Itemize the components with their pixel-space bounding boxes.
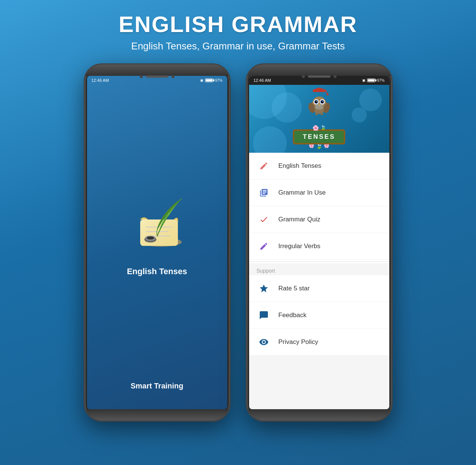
circle-5 (253, 126, 287, 153)
camera-left-2 (171, 75, 174, 78)
eye-icon (257, 335, 271, 349)
camera-right-2 (334, 75, 337, 78)
battery-pct-right: 97% (377, 78, 384, 83)
phone-right-screen: 12:46 AM ▣ 97% (249, 76, 389, 409)
phone-right-notch (302, 75, 337, 78)
svg-marker-10 (313, 87, 326, 90)
menu-label-feedback: Feedback (279, 312, 307, 319)
app-title-left: English Tenses (127, 267, 187, 276)
owl-container (306, 87, 332, 115)
menu-label-english-tenses: English Tenses (279, 162, 321, 170)
svg-point-20 (321, 101, 323, 103)
smart-training-label: Smart Training (130, 382, 183, 390)
speaker-left (146, 75, 168, 78)
star-icon (257, 281, 271, 296)
battery-pct-left: 97% (215, 78, 222, 83)
svg-point-8 (147, 236, 154, 239)
menu-label-grammar-quiz: Grammar Quiz (279, 216, 320, 223)
circle-2 (272, 92, 302, 123)
svg-point-22 (322, 101, 323, 102)
splash-content: English Tenses (87, 85, 227, 409)
check-icon (257, 212, 271, 227)
menu-item-grammar-in-use[interactable]: Grammar In Use (249, 180, 389, 206)
menu-item-grammar-quiz[interactable]: Grammar Quiz (249, 206, 389, 233)
battery-fill-right (368, 79, 375, 81)
book-icon (257, 186, 271, 200)
banner-tenses-text: TENSES (303, 133, 335, 140)
svg-rect-9 (313, 90, 326, 92)
menu-item-rate[interactable]: Rate 5 star (249, 275, 389, 302)
battery-right (367, 78, 375, 82)
app-icon (127, 195, 187, 255)
app-banner: 🌸 🍃 TENSES 🌸 🍃 🌸 (249, 85, 389, 153)
phone-right: 12:46 AM ▣ 97% (246, 63, 393, 422)
svg-line-11 (326, 90, 327, 94)
app-subtitle: English Tenses, Grammar in use, Grammar … (119, 40, 357, 52)
camera-right (302, 75, 305, 78)
svg-point-12 (326, 93, 329, 95)
phones-container: 12:46 AM ▣ 97% (84, 63, 393, 422)
svg-point-19 (315, 101, 317, 103)
svg-rect-2 (140, 219, 178, 246)
svg-rect-32 (315, 104, 323, 109)
app-title: ENGLISH GRAMMAR (119, 11, 357, 37)
menu-item-feedback[interactable]: Feedback (249, 302, 389, 329)
time-right: 12:46 AM (254, 78, 271, 83)
app-header: ENGLISH GRAMMAR English Tenses, Grammar … (119, 0, 357, 60)
battery-icon-right: ▣ (362, 78, 366, 82)
quill-scroll-svg (127, 195, 187, 252)
status-right-right: ▣ 97% (362, 78, 384, 83)
battery-fill-left (206, 79, 213, 81)
phone-left-screen: 12:46 AM ▣ 97% (87, 76, 227, 409)
menu-label-irregular-verbs: Irregular Verbs (279, 242, 321, 250)
owl-svg (306, 87, 332, 115)
battery-icon-left: ▣ (200, 78, 204, 82)
svg-point-21 (316, 101, 317, 102)
speaker-right (308, 75, 331, 78)
verb-icon (257, 239, 271, 253)
chat-icon (257, 308, 271, 322)
tenses-sign: TENSES (293, 129, 345, 144)
menu-divider (249, 261, 389, 262)
phone-left-notch (140, 75, 174, 78)
pencil-icon (257, 159, 271, 173)
support-header: Support (249, 263, 389, 275)
camera-left (140, 75, 143, 78)
battery-left (205, 78, 213, 82)
menu-label-privacy: Privacy Policy (279, 338, 318, 346)
phone-left: 12:46 AM ▣ 97% (84, 63, 231, 422)
menu-item-irregular-verbs[interactable]: Irregular Verbs (249, 233, 389, 260)
menu-list: English Tenses Grammar In Use (249, 153, 389, 356)
menu-label-grammar-in-use: Grammar In Use (279, 189, 326, 196)
time-left: 12:46 AM (92, 78, 109, 83)
menu-label-rate: Rate 5 star (279, 285, 310, 292)
status-right-left: ▣ 97% (200, 78, 222, 83)
menu-item-english-tenses[interactable]: English Tenses (249, 153, 389, 180)
circle-4 (352, 107, 367, 123)
menu-item-privacy[interactable]: Privacy Policy (249, 329, 389, 356)
